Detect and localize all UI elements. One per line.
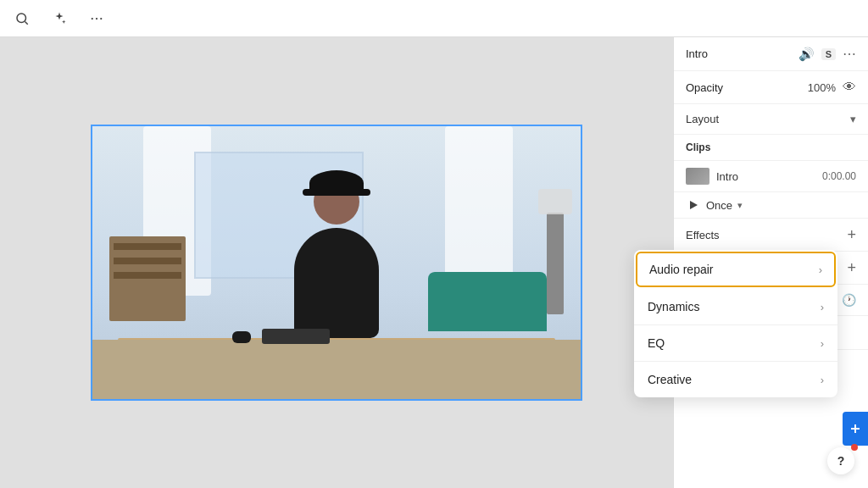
- audio-clock-icon[interactable]: 🕐: [842, 293, 856, 307]
- playback-row: Once ▾: [674, 192, 868, 219]
- clip-item: Intro 0:00.00: [674, 161, 868, 192]
- help-label: ?: [837, 454, 845, 468]
- dynamics-label: Dynamics: [648, 300, 821, 313]
- svg-point-2: [92, 17, 93, 19]
- eq-item[interactable]: EQ ›: [634, 325, 837, 362]
- audio-icons: 🕐: [842, 293, 856, 307]
- ai-button[interactable]: [47, 7, 71, 30]
- video-frame: [91, 125, 582, 401]
- clips-header: Clips: [674, 135, 868, 161]
- svg-point-4: [100, 17, 102, 19]
- svg-marker-5: [690, 201, 698, 209]
- help-button[interactable]: ?: [827, 447, 854, 474]
- layout-chevron-icon: ▾: [850, 113, 856, 125]
- svg-line-1: [25, 21, 27, 24]
- clip-item-time: 0:00.00: [822, 170, 856, 182]
- clip-badge: S: [821, 48, 836, 60]
- lamp-stand: [547, 213, 564, 314]
- blue-action-button[interactable]: [843, 412, 868, 446]
- notification-dot: [851, 444, 858, 451]
- clip-item-name: Intro: [716, 170, 815, 183]
- playback-mode-label: Once: [706, 199, 732, 212]
- lamp-shade: [538, 189, 572, 214]
- creative-chevron-icon: ›: [821, 374, 824, 386]
- eye-icon[interactable]: 👁: [843, 80, 856, 95]
- more-options-icon[interactable]: ⋯: [843, 46, 856, 62]
- curtain-right: [445, 126, 513, 296]
- person-cap: [309, 170, 364, 196]
- audio-repair-chevron-icon: ›: [819, 263, 822, 276]
- play-icon: [686, 197, 701, 213]
- effects-label: Effects: [686, 229, 847, 241]
- video-placeholder: [92, 126, 581, 399]
- bookcase: [109, 236, 186, 321]
- playback-chevron-icon[interactable]: ▾: [737, 200, 743, 211]
- svg-point-0: [17, 14, 26, 23]
- person-head: [314, 179, 359, 225]
- search-button[interactable]: [10, 7, 34, 30]
- opacity-label: Opacity: [686, 81, 801, 94]
- audio-repair-label: Audio repair: [649, 263, 819, 276]
- svg-point-3: [96, 17, 97, 19]
- eq-chevron-icon: ›: [821, 337, 824, 350]
- creative-label: Creative: [648, 373, 821, 386]
- audio-dropdown-menu: Audio repair › Dynamics › EQ › Creative …: [634, 250, 837, 397]
- animation-add-icon[interactable]: +: [847, 260, 856, 275]
- opacity-value: 100%: [808, 81, 836, 94]
- effects-row[interactable]: Effects +: [674, 219, 868, 252]
- speaker-icon[interactable]: 🔊: [798, 47, 815, 62]
- opacity-row: Opacity 100% 👁: [674, 71, 868, 104]
- layout-row[interactable]: Layout ▾: [674, 104, 868, 135]
- effects-add-icon[interactable]: +: [847, 227, 856, 242]
- couch: [428, 272, 547, 331]
- keyboard: [262, 329, 330, 344]
- intro-header-row: Intro 🔊 S ⋯: [674, 37, 868, 71]
- more-options-button[interactable]: [85, 7, 108, 30]
- eq-label: EQ: [648, 336, 821, 350]
- audio-repair-item[interactable]: Audio repair ›: [636, 252, 836, 287]
- top-toolbar: [0, 0, 868, 37]
- person-body: [294, 228, 379, 338]
- mouse: [232, 331, 251, 343]
- clip-thumbnail: [686, 168, 709, 185]
- creative-item[interactable]: Creative ›: [634, 362, 837, 397]
- person: [277, 179, 396, 348]
- floor: [92, 340, 581, 399]
- clip-title: Intro: [686, 47, 792, 60]
- dynamics-chevron-icon: ›: [821, 301, 824, 313]
- canvas-area: [0, 37, 673, 488]
- dynamics-item[interactable]: Dynamics ›: [634, 289, 837, 325]
- layout-label: Layout: [686, 113, 850, 125]
